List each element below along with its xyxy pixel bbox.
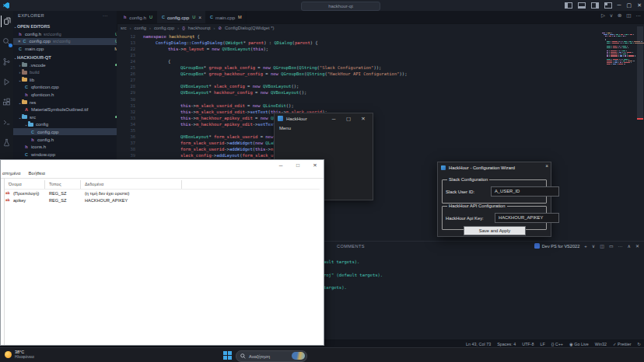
- tree-item-qfonticon-cpp[interactable]: Cqfonticon.cpp: [13, 84, 117, 91]
- breadcrumb-item[interactable]: config.cpp: [154, 26, 174, 30]
- run-debug-icon[interactable]: [1, 76, 12, 88]
- close-panel-icon[interactable]: ✕: [635, 243, 639, 249]
- column-header[interactable]: Τύπος: [49, 182, 61, 186]
- maximize-button[interactable]: ▢: [627, 2, 632, 9]
- breadcrumb-item[interactable]: config: [135, 26, 146, 30]
- terminal-dropdown-icon[interactable]: ∨: [592, 243, 595, 249]
- registry-type[interactable]: REG_SZ: [49, 191, 66, 196]
- open-editors-section[interactable]: ⌄ OPEN EDITORS: [13, 23, 117, 30]
- language-mode-status[interactable]: {} C++: [551, 342, 563, 346]
- open-changes-icon[interactable]: ⊜: [618, 12, 621, 19]
- close-icon[interactable]: ×: [198, 15, 201, 20]
- tree-item-qfonticon-h[interactable]: hqfonticon.h: [13, 91, 117, 98]
- minimize-button[interactable]: ─: [275, 161, 287, 169]
- layout-custom-icon[interactable]: [604, 2, 612, 9]
- breadcrumb-item[interactable]: src: [121, 26, 127, 30]
- registry-type[interactable]: REG_SZ: [49, 198, 66, 203]
- layout-secondary-icon[interactable]: [591, 2, 599, 9]
- tree-item-window-cpp[interactable]: Cwindow.cppU: [13, 151, 117, 158]
- registry-data[interactable]: (η τιμή δεν έχει οριστεί): [85, 191, 129, 196]
- layout-sidebar-icon[interactable]: [565, 2, 572, 9]
- open-editor-item[interactable]: ×Cconfig.cppsrc\configU: [13, 38, 117, 45]
- prettier-status[interactable]: ✓ Prettier: [613, 342, 631, 346]
- new-terminal-icon[interactable]: +: [584, 244, 587, 249]
- close-button[interactable]: ✕: [359, 114, 368, 123]
- explorer-icon[interactable]: [1, 16, 13, 27]
- split-editor-icon[interactable]: ◫: [626, 12, 631, 19]
- encoding-status[interactable]: UTF-8: [522, 342, 534, 346]
- command-center-search[interactable]: hackhour-qt: [301, 2, 380, 11]
- editor-tabs-bar: hconfig.hUCconfig.cppU×Cmain.cppM: [117, 11, 644, 24]
- split-terminal-icon[interactable]: ◫: [600, 243, 604, 249]
- tree-item-lib[interactable]: ⌄lib: [13, 76, 117, 83]
- search-icon[interactable]: [1, 36, 12, 47]
- tab-config-h[interactable]: hconfig.hU: [118, 11, 158, 23]
- tree-item-config-h[interactable]: hconfig.hU: [13, 136, 117, 143]
- eol-status[interactable]: LF: [540, 342, 544, 346]
- tree-item-src[interactable]: ⌄src: [13, 113, 117, 120]
- maximize-button[interactable]: □: [292, 161, 304, 169]
- indentation-status[interactable]: Spaces: 4: [497, 342, 516, 346]
- start-button[interactable]: [223, 351, 232, 360]
- editor-scrollbar[interactable]: [637, 26, 643, 120]
- tree-item-config-cpp[interactable]: Cconfig.cppU: [13, 128, 117, 135]
- column-header[interactable]: Όνομα: [9, 182, 22, 186]
- open-editor-item[interactable]: Cmain.cppM: [13, 45, 117, 52]
- open-editor-item[interactable]: hconfig.hsrc\configU: [13, 30, 117, 37]
- registry-name[interactable]: (Προεπιλογή): [13, 191, 39, 196]
- close-icon[interactable]: ×: [545, 163, 548, 169]
- wizard-titlebar[interactable]: HackHour - Configuration Wizard: [438, 162, 551, 172]
- registry-menu-item[interactable]: Βοήθεια: [29, 171, 46, 176]
- maximize-panel-icon[interactable]: ∧: [628, 243, 631, 249]
- config-wizard-dialog[interactable]: HackHour - Configuration Wizard × Slack …: [437, 162, 551, 237]
- registry-editor-window[interactable]: απημέναΒοήθεια ΌνομαΤύποςΔεδομένα ab(Προ…: [0, 159, 324, 346]
- tree-item-materialsymbolsoutlined-ttf[interactable]: AMaterialSymbolsOutlined.ttf: [13, 106, 117, 113]
- column-header[interactable]: Δεδομένα: [85, 182, 103, 186]
- weather-widget[interactable]: 38°C Ηλιοφάνεια: [5, 350, 34, 359]
- save-and-apply-button[interactable]: Save and Apply: [464, 226, 526, 235]
- taskbar-search[interactable]: Αναζήτηση: [236, 350, 307, 362]
- maximize-button[interactable]: ▢: [344, 114, 353, 123]
- tree-item-build[interactable]: ›build: [13, 69, 117, 76]
- tree-item-res[interactable]: ⌄res: [13, 99, 117, 106]
- panel-tab-comments[interactable]: COMMENTS: [337, 244, 365, 249]
- remote-icon[interactable]: [1, 117, 12, 128]
- explorer-more-icon[interactable]: ···: [103, 13, 108, 18]
- run-button-icon[interactable]: ▷: [601, 12, 605, 19]
- registry-name[interactable]: apikey: [13, 198, 26, 203]
- hackhour-api-key-input[interactable]: HACKHOUR_APIKEY: [495, 213, 559, 223]
- tab-main-cpp[interactable]: Cmain.cppM: [205, 11, 247, 23]
- run-dropdown-icon[interactable]: ˅: [610, 13, 613, 19]
- tab-label: main.cpp: [215, 15, 235, 20]
- more-actions-icon[interactable]: ···: [636, 13, 642, 19]
- registry-pane-divider[interactable]: [4, 178, 5, 345]
- layout-panel-icon[interactable]: [578, 2, 586, 9]
- registry-data[interactable]: HACKHOUR_APIKEY: [85, 198, 128, 203]
- tree-item--vscode[interactable]: ›.vscode: [13, 61, 117, 68]
- project-section[interactable]: ⌄ HACKHOUR-QT: [13, 54, 117, 61]
- kill-terminal-icon[interactable]: ▭: [609, 243, 614, 249]
- tab-config-cpp[interactable]: Cconfig.cppU×: [157, 11, 206, 23]
- sync-status[interactable]: ↻: [637, 342, 641, 346]
- minimize-button[interactable]: ─: [618, 2, 621, 9]
- platform-status[interactable]: Win32: [595, 342, 607, 346]
- shell-selector[interactable]: Dev PS for VS2022: [534, 243, 580, 249]
- breadcrumb-item[interactable]: ConfigDialog(QWidget *): [225, 26, 274, 30]
- source-control-icon[interactable]: [1, 56, 12, 68]
- close-button[interactable]: ✕: [637, 2, 642, 9]
- cursor-position-status[interactable]: Ln 43, Col 73: [466, 342, 491, 346]
- field-label: Slack User ID:: [446, 190, 474, 194]
- registry-menu-item[interactable]: απημένα: [2, 171, 21, 176]
- hackhour-menu-item[interactable]: Menu: [279, 126, 291, 131]
- close-button[interactable]: ✕: [309, 161, 321, 169]
- extensions-icon[interactable]: [1, 96, 12, 108]
- minimize-button[interactable]: ─: [329, 114, 338, 123]
- go-live-status[interactable]: ◉ Go Live: [569, 342, 589, 346]
- tree-item-icons-h[interactable]: hicons.hU: [13, 144, 117, 151]
- tree-item-config[interactable]: ⌄config: [13, 121, 117, 128]
- minimap[interactable]: [600, 31, 636, 241]
- breadcrumb-item[interactable]: hackhourqt: [188, 26, 211, 30]
- more-icon[interactable]: ···: [618, 244, 623, 249]
- slack-user-id-input[interactable]: A_USER_ID: [491, 186, 559, 197]
- testing-icon[interactable]: [1, 137, 12, 148]
